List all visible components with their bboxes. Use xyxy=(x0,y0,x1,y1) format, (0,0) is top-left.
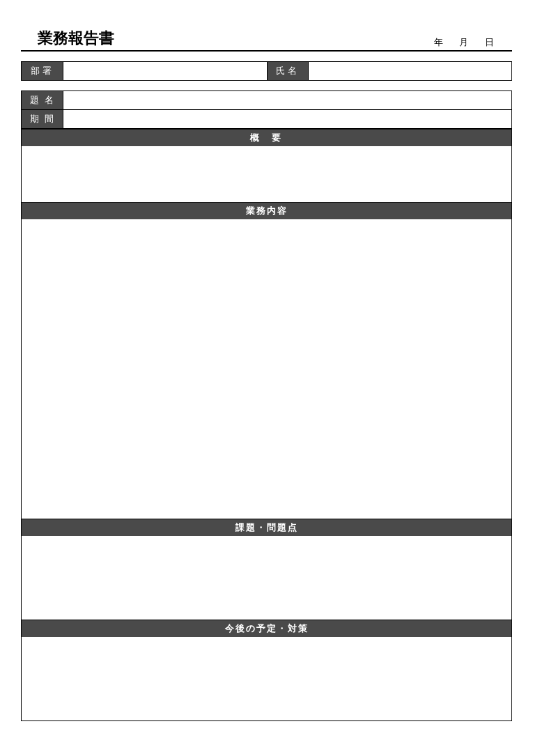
main-box: 題名 期間 概要 業務内容 課題・問題点 今後の予定・対策 xyxy=(21,90,512,721)
header-row: 業務報告書 年 月 日 xyxy=(21,28,512,52)
info-row: 部署 氏名 xyxy=(21,61,512,81)
name-input[interactable] xyxy=(309,62,512,80)
summary-body[interactable] xyxy=(22,146,511,202)
month-label: 月 xyxy=(459,37,470,47)
summary-header: 概要 xyxy=(22,129,511,146)
period-input[interactable] xyxy=(63,110,511,128)
date-line: 年 月 日 xyxy=(433,36,512,49)
content-header: 業務内容 xyxy=(22,202,511,219)
issues-header: 課題・問題点 xyxy=(22,519,511,536)
issues-body[interactable] xyxy=(22,536,511,620)
period-label: 期間 xyxy=(22,110,63,128)
name-label: 氏名 xyxy=(267,62,309,80)
content-body[interactable] xyxy=(22,219,511,519)
subject-label: 題名 xyxy=(22,91,63,109)
dept-label: 部署 xyxy=(22,62,63,80)
period-row: 期間 xyxy=(22,110,511,129)
document-title: 業務報告書 xyxy=(21,28,114,49)
day-label: 日 xyxy=(485,37,495,47)
plan-header: 今後の予定・対策 xyxy=(22,620,511,637)
dept-input[interactable] xyxy=(63,62,267,80)
subject-row: 題名 xyxy=(22,91,511,110)
year-label: 年 xyxy=(434,37,445,47)
plan-body[interactable] xyxy=(22,637,511,720)
subject-input[interactable] xyxy=(63,91,511,109)
